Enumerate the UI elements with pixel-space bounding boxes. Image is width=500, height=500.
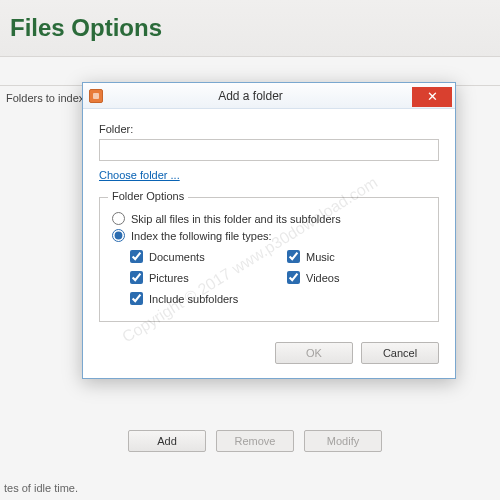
check-include-subfolders[interactable]	[130, 292, 143, 305]
radio-skip-label: Skip all files in this folder and its su…	[131, 213, 341, 225]
check-include-subfolders-row[interactable]: Include subfolders	[130, 292, 426, 305]
radio-index[interactable]	[112, 229, 125, 242]
cancel-button[interactable]: Cancel	[361, 342, 439, 364]
filetype-checks: Documents Music Pictures Videos	[130, 246, 426, 309]
check-pictures-label: Pictures	[149, 272, 189, 284]
dialog-footer: OK Cancel	[83, 332, 455, 378]
check-music-row[interactable]: Music	[287, 250, 426, 263]
check-music[interactable]	[287, 250, 300, 263]
check-videos-label: Videos	[306, 272, 339, 284]
folder-input[interactable]	[99, 139, 439, 161]
radio-skip[interactable]	[112, 212, 125, 225]
close-icon[interactable]: ✕	[412, 87, 452, 107]
check-documents-label: Documents	[149, 251, 205, 263]
check-documents-row[interactable]: Documents	[130, 250, 269, 263]
folder-label: Folder:	[99, 123, 439, 135]
check-documents[interactable]	[130, 250, 143, 263]
dialog-body: Folder: Choose folder ... Folder Options…	[83, 109, 455, 332]
check-pictures[interactable]	[130, 271, 143, 284]
add-folder-dialog: Add a folder ✕ Folder: Choose folder ...…	[82, 82, 456, 379]
check-pictures-row[interactable]: Pictures	[130, 271, 269, 284]
radio-index-row[interactable]: Index the following file types:	[112, 229, 426, 242]
modal-overlay: Add a folder ✕ Folder: Choose folder ...…	[0, 0, 500, 500]
check-include-subfolders-label: Include subfolders	[149, 293, 238, 305]
radio-index-label: Index the following file types:	[131, 230, 272, 242]
dialog-app-icon	[89, 89, 103, 103]
folder-options-group: Folder Options Skip all files in this fo…	[99, 197, 439, 322]
choose-folder-link[interactable]: Choose folder ...	[99, 169, 180, 181]
check-music-label: Music	[306, 251, 335, 263]
folder-options-legend: Folder Options	[108, 190, 188, 202]
radio-skip-row[interactable]: Skip all files in this folder and its su…	[112, 212, 426, 225]
check-videos[interactable]	[287, 271, 300, 284]
dialog-titlebar[interactable]: Add a folder ✕	[83, 83, 455, 109]
ok-button: OK	[275, 342, 353, 364]
dialog-title: Add a folder	[89, 89, 412, 103]
check-videos-row[interactable]: Videos	[287, 271, 426, 284]
